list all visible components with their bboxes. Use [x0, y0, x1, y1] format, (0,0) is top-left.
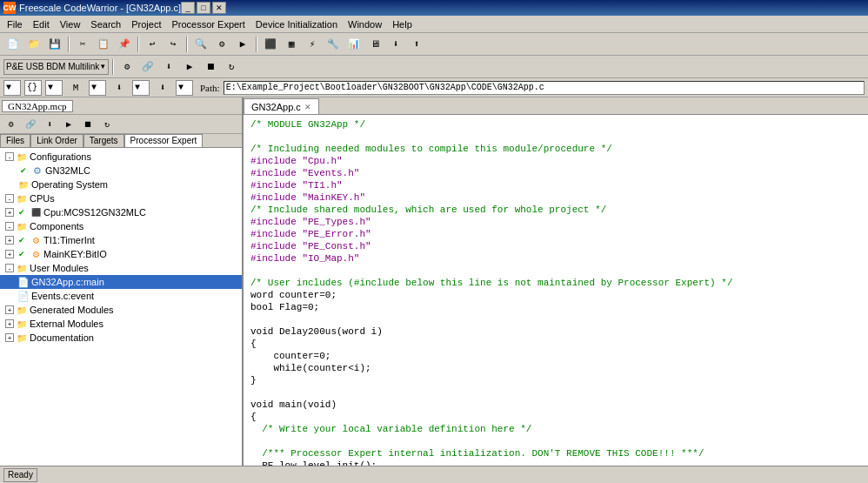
toggle-external[interactable]: +	[5, 319, 14, 328]
close-tab-icon[interactable]: ✕	[304, 103, 311, 111]
debug-dropdown6[interactable]: ▼	[176, 80, 193, 96]
tree-item-gn32app[interactable]: 📄 GN32App.c:main	[0, 275, 242, 289]
status-message: Ready	[3, 468, 37, 482]
new-button[interactable]: 📄	[3, 36, 23, 53]
toggle-cpu[interactable]: +	[5, 208, 14, 217]
tree-item-ti1[interactable]: + ✔ ⚙ TI1:TimerInt	[0, 233, 242, 247]
paste-button[interactable]: 📌	[115, 36, 134, 53]
tree-item-os[interactable]: 📁 Operating System	[0, 178, 242, 191]
tree-item-gn32mlc[interactable]: ✔ ⚙ GN32MLC	[0, 164, 242, 178]
bdm-btn1[interactable]: ⚙	[117, 58, 137, 76]
toggle-mainkey[interactable]: +	[5, 250, 14, 258]
find-button[interactable]: 🔍	[191, 36, 210, 53]
tree-item-configurations[interactable]: - 📁 Configurations	[0, 150, 242, 164]
tree-item-external[interactable]: + 📁 External Modules	[0, 317, 242, 331]
tree-label-events: Events.c:event	[31, 291, 94, 301]
maximize-button[interactable]: □	[197, 2, 210, 14]
toggle-generated[interactable]: +	[5, 305, 14, 314]
tree-item-events[interactable]: 📄 Events.c:event	[0, 289, 242, 303]
debug-dropdown2[interactable]: {}	[24, 80, 42, 96]
toggle-configurations[interactable]: -	[5, 152, 14, 161]
btn5[interactable]: ⬛	[261, 36, 280, 53]
close-button[interactable]: ✕	[212, 2, 226, 14]
menu-help[interactable]: Help	[387, 17, 417, 31]
debug-dropdown5[interactable]: ▼	[132, 80, 150, 96]
tree-item-cpu[interactable]: + ✔ ⬛ Cpu:MC9S12GN32MLC	[0, 205, 242, 219]
menu-view[interactable]: View	[55, 17, 86, 31]
toggle-cpus[interactable]: -	[5, 194, 14, 203]
debug-button[interactable]: ▶	[233, 36, 252, 53]
folder-icon-external: 📁	[16, 319, 28, 329]
project-tree: - 📁 Configurations ✔ ⚙ GN32MLC 📁 Operati…	[0, 148, 242, 466]
menu-window[interactable]: Window	[343, 17, 387, 31]
build-button[interactable]: ⚙	[212, 36, 231, 53]
menu-file[interactable]: File	[2, 17, 28, 31]
cut-button[interactable]: ✂	[73, 36, 92, 53]
bdm-selector[interactable]: P&E USB BDM Multilink ▼	[3, 59, 109, 75]
code-tab-label: GN32App.c	[251, 102, 301, 112]
path-nav3[interactable]: ⬇	[153, 79, 172, 97]
path-nav1[interactable]: M	[66, 79, 85, 97]
toggle-components[interactable]: -	[5, 222, 14, 231]
tab-files[interactable]: Files	[0, 134, 30, 147]
redo-button[interactable]: ↪	[164, 36, 183, 53]
code-line: #include "MainKEY.h"	[250, 191, 861, 204]
copy-button[interactable]: 📋	[94, 36, 113, 53]
menu-device-initialization[interactable]: Device Initialization	[250, 17, 343, 31]
folder-icon-os: 📁	[17, 179, 30, 190]
menu-search[interactable]: Search	[85, 17, 126, 31]
panel-btn1[interactable]: ⚙	[3, 117, 19, 132]
debug-dropdown1[interactable]: ▼	[3, 80, 21, 96]
bdm-btn2[interactable]: 🔗	[138, 58, 157, 76]
undo-button[interactable]: ↩	[143, 36, 162, 53]
panel-btn5[interactable]: ⏹	[80, 117, 96, 132]
save-button[interactable]: 💾	[45, 36, 64, 53]
code-editor[interactable]: /* MODULE GN32App *//* Including needed …	[244, 115, 868, 466]
bdm-btn5[interactable]: ⏹	[201, 58, 220, 76]
bdm-btn4[interactable]: ▶	[180, 58, 199, 76]
path-nav2[interactable]: ⬇	[110, 79, 129, 97]
window-controls[interactable]: _ □ ✕	[181, 2, 226, 14]
minimize-button[interactable]: _	[181, 2, 195, 14]
debug-dropdown4[interactable]: ▼	[89, 80, 106, 96]
check-icon-ti1: ✔	[16, 235, 28, 245]
menu-edit[interactable]: Edit	[28, 17, 55, 31]
debug-dropdown3[interactable]: ▼	[45, 80, 63, 96]
tree-item-user-modules[interactable]: - 📁 User Modules	[0, 261, 242, 275]
left-panel-toolbar: ⚙ 🔗 ⬇ ▶ ⏹ ↻	[0, 115, 242, 134]
tree-item-documentation[interactable]: + 📁 Documentation	[0, 331, 242, 345]
btn7[interactable]: ⚡	[303, 36, 322, 53]
tab-targets[interactable]: Targets	[83, 134, 124, 147]
menu-processor-expert[interactable]: Processor Expert	[166, 17, 250, 31]
btn11[interactable]: ⬇	[386, 36, 405, 53]
check-icon-mainkey: ✔	[16, 249, 28, 259]
toggle-documentation[interactable]: +	[5, 333, 14, 342]
panel-btn2[interactable]: 🔗	[23, 117, 38, 132]
btn8[interactable]: 🔧	[324, 36, 343, 53]
tree-item-mainkey[interactable]: + ✔ ⚙ MainKEY:BitIO	[0, 247, 242, 261]
tree-item-cpus[interactable]: - 📁 CPUs	[0, 191, 242, 205]
menu-project[interactable]: Project	[126, 17, 166, 31]
btn9[interactable]: 📊	[344, 36, 364, 53]
path-input[interactable]	[224, 81, 865, 95]
bdm-dropdown-icon: ▼	[99, 63, 106, 70]
btn12[interactable]: ⬆	[407, 36, 426, 53]
tree-item-generated[interactable]: + 📁 Generated Modules	[0, 303, 242, 317]
code-line: {	[250, 338, 861, 350]
btn10[interactable]: 🖥	[365, 36, 384, 53]
sep1	[68, 37, 70, 52]
tab-processor-expert[interactable]: Processor Expert	[124, 134, 204, 147]
toggle-user-modules[interactable]: -	[5, 264, 14, 272]
bdm-btn6[interactable]: ↻	[222, 58, 241, 76]
code-tab-gn32app[interactable]: GN32App.c ✕	[244, 98, 319, 114]
panel-btn6[interactable]: ↻	[99, 117, 115, 132]
code-line	[250, 131, 861, 143]
tab-link-order[interactable]: Link Order	[30, 134, 83, 147]
panel-btn4[interactable]: ▶	[61, 117, 77, 132]
btn6[interactable]: ▦	[282, 36, 301, 53]
bdm-btn3[interactable]: ⬇	[159, 58, 178, 76]
toggle-ti1[interactable]: +	[5, 236, 14, 245]
open-button[interactable]: 📁	[24, 36, 43, 53]
panel-btn3[interactable]: ⬇	[42, 117, 57, 132]
tree-item-components[interactable]: - 📁 Components	[0, 219, 242, 233]
